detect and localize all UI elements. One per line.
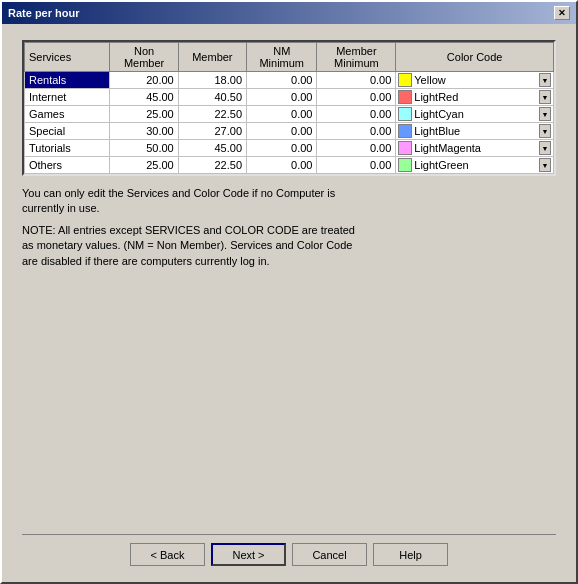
non_member-cell[interactable]: 30.00 xyxy=(110,123,178,140)
cancel-button[interactable]: Cancel xyxy=(292,543,367,566)
color-cell[interactable]: LightGreen▼ xyxy=(396,157,554,174)
col-non-member: NonMember xyxy=(110,43,178,72)
nm_min-cell[interactable]: 0.00 xyxy=(247,106,317,123)
close-button[interactable]: ✕ xyxy=(554,6,570,20)
note-line2: currently in use. xyxy=(22,201,556,216)
color-cell[interactable]: LightCyan▼ xyxy=(396,106,554,123)
member_min-cell[interactable]: 0.00 xyxy=(317,123,396,140)
color-dropdown[interactable]: ▼ xyxy=(539,141,551,155)
next-button[interactable]: Next > xyxy=(211,543,286,566)
help-button[interactable]: Help xyxy=(373,543,448,566)
note-line5: as monetary values. (NM = Non Member). S… xyxy=(22,238,556,253)
non_member-cell[interactable]: 25.00 xyxy=(110,157,178,174)
button-row: < Back Next > Cancel Help xyxy=(22,534,556,572)
nm_min-cell[interactable]: 0.00 xyxy=(247,123,317,140)
color-cell[interactable]: LightBlue▼ xyxy=(396,123,554,140)
non_member-cell[interactable]: 50.00 xyxy=(110,140,178,157)
col-services: Services xyxy=(25,43,110,72)
note-line4: NOTE: All entries except SERVICES and CO… xyxy=(22,223,556,238)
color-swatch xyxy=(398,141,412,155)
service-cell[interactable]: Tutorials xyxy=(25,140,110,157)
member-cell[interactable]: 22.50 xyxy=(178,157,246,174)
color-cell[interactable]: LightRed▼ xyxy=(396,89,554,106)
color-swatch xyxy=(398,90,412,104)
color-swatch xyxy=(398,124,412,138)
color-swatch xyxy=(398,158,412,172)
col-color-code: Color Code xyxy=(396,43,554,72)
main-window: Rate per hour ✕ Services NonMember Membe… xyxy=(0,0,578,584)
color-label: LightCyan xyxy=(414,108,537,120)
back-button[interactable]: < Back xyxy=(130,543,205,566)
service-cell[interactable]: Rentals xyxy=(25,72,110,89)
color-label: Yellow xyxy=(414,74,537,86)
color-label: LightMagenta xyxy=(414,142,537,154)
member-cell[interactable]: 27.00 xyxy=(178,123,246,140)
member-cell[interactable]: 18.00 xyxy=(178,72,246,89)
member_min-cell[interactable]: 0.00 xyxy=(317,157,396,174)
member-cell[interactable]: 40.50 xyxy=(178,89,246,106)
nm_min-cell[interactable]: 0.00 xyxy=(247,157,317,174)
nm_min-cell[interactable]: 0.00 xyxy=(247,89,317,106)
table-row[interactable]: Special30.0027.000.000.00LightBlue▼ xyxy=(25,123,554,140)
note-line6: are disabled if there are computers curr… xyxy=(22,254,556,269)
notes-section: You can only edit the Services and Color… xyxy=(22,186,556,269)
member-cell[interactable]: 45.00 xyxy=(178,140,246,157)
nm_min-cell[interactable]: 0.00 xyxy=(247,72,317,89)
color-dropdown[interactable]: ▼ xyxy=(539,107,551,121)
service-cell[interactable]: Special xyxy=(25,123,110,140)
color-cell[interactable]: LightMagenta▼ xyxy=(396,140,554,157)
col-member-minimum: MemberMinimum xyxy=(317,43,396,72)
window-title: Rate per hour xyxy=(8,7,80,19)
non_member-cell[interactable]: 25.00 xyxy=(110,106,178,123)
non_member-cell[interactable]: 20.00 xyxy=(110,72,178,89)
col-nm-minimum: NMMinimum xyxy=(247,43,317,72)
color-label: LightBlue xyxy=(414,125,537,137)
color-swatch xyxy=(398,73,412,87)
rates-table-container: Services NonMember Member NMMinimum Memb… xyxy=(22,40,556,176)
service-cell[interactable]: Games xyxy=(25,106,110,123)
color-label: LightGreen xyxy=(414,159,537,171)
member_min-cell[interactable]: 0.00 xyxy=(317,89,396,106)
service-cell[interactable]: Others xyxy=(25,157,110,174)
color-cell[interactable]: Yellow▼ xyxy=(396,72,554,89)
nm_min-cell[interactable]: 0.00 xyxy=(247,140,317,157)
color-dropdown[interactable]: ▼ xyxy=(539,158,551,172)
title-bar: Rate per hour ✕ xyxy=(2,2,576,24)
non_member-cell[interactable]: 45.00 xyxy=(110,89,178,106)
content-area: Services NonMember Member NMMinimum Memb… xyxy=(2,24,576,582)
member_min-cell[interactable]: 0.00 xyxy=(317,140,396,157)
table-row[interactable]: Internet45.0040.500.000.00LightRed▼ xyxy=(25,89,554,106)
table-row[interactable]: Tutorials50.0045.000.000.00LightMagenta▼ xyxy=(25,140,554,157)
col-member: Member xyxy=(178,43,246,72)
color-dropdown[interactable]: ▼ xyxy=(539,73,551,87)
member_min-cell[interactable]: 0.00 xyxy=(317,72,396,89)
table-row[interactable]: Others25.0022.500.000.00LightGreen▼ xyxy=(25,157,554,174)
rates-table: Services NonMember Member NMMinimum Memb… xyxy=(24,42,554,174)
color-dropdown[interactable]: ▼ xyxy=(539,124,551,138)
note-line1: You can only edit the Services and Color… xyxy=(22,186,556,201)
color-label: LightRed xyxy=(414,91,537,103)
member_min-cell[interactable]: 0.00 xyxy=(317,106,396,123)
service-cell[interactable]: Internet xyxy=(25,89,110,106)
color-dropdown[interactable]: ▼ xyxy=(539,90,551,104)
color-swatch xyxy=(398,107,412,121)
member-cell[interactable]: 22.50 xyxy=(178,106,246,123)
table-row[interactable]: Games25.0022.500.000.00LightCyan▼ xyxy=(25,106,554,123)
table-row[interactable]: Rentals20.0018.000.000.00Yellow▼ xyxy=(25,72,554,89)
